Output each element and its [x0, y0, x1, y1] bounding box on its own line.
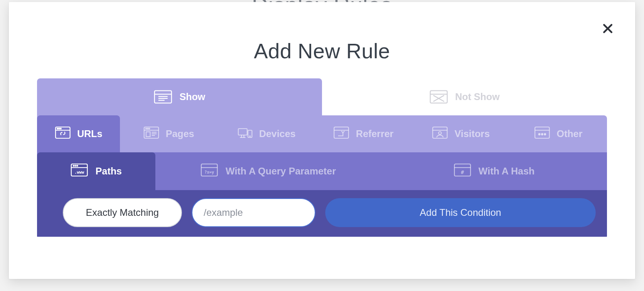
browser-show-icon [154, 90, 172, 104]
condition-row: Exactly Matching Add This Condition [37, 190, 607, 237]
svg-point-40 [544, 133, 546, 135]
category-tabs: URLs Pages [37, 115, 607, 152]
svg-text:#: # [461, 169, 464, 175]
svg-point-19 [147, 128, 148, 129]
rule-builder: Show Not Show [37, 78, 607, 237]
tab-referrer[interactable]: Referrer [315, 115, 412, 152]
browser-not-show-icon [429, 90, 448, 104]
tab-devices[interactable]: Devices [217, 115, 315, 152]
visibility-tabs: Show Not Show [37, 78, 607, 115]
svg-text:?x=y: ?x=y [204, 170, 214, 174]
svg-point-20 [149, 128, 149, 129]
tab-urls-label: URLs [77, 128, 103, 139]
tab-paths[interactable]: .www Paths [37, 152, 155, 190]
svg-text:.www: .www [74, 170, 85, 174]
query-icon: ?x=y [200, 163, 218, 179]
svg-point-39 [541, 133, 543, 135]
svg-rect-33 [433, 127, 447, 138]
tab-hash[interactable]: # With A Hash [381, 152, 607, 190]
close-icon [601, 22, 614, 37]
svg-rect-25 [238, 129, 247, 135]
svg-point-18 [145, 128, 146, 129]
close-button[interactable] [599, 20, 617, 38]
tab-pages[interactable]: Pages [120, 115, 217, 152]
add-rule-modal: Add New Rule Show [9, 2, 635, 279]
match-type-select[interactable]: Exactly Matching [63, 198, 182, 227]
svg-point-44 [75, 165, 76, 166]
tab-show[interactable]: Show [37, 78, 322, 115]
other-icon [534, 126, 550, 141]
pages-icon [143, 126, 159, 141]
add-condition-button[interactable]: Add This Condition [325, 198, 596, 227]
paths-icon: .www [70, 163, 88, 179]
tab-not-show-label: Not Show [455, 91, 500, 102]
path-input-wrap [192, 198, 316, 227]
path-input[interactable] [204, 207, 303, 218]
tab-show-label: Show [180, 91, 205, 102]
devices-icon [237, 126, 253, 141]
tab-devices-label: Devices [259, 128, 296, 139]
tab-visitors-label: Visitors [454, 128, 490, 139]
tab-paths-label: Paths [95, 166, 122, 177]
tab-hash-label: With A Hash [479, 166, 535, 177]
tab-other-label: Other [557, 128, 582, 139]
tab-visitors[interactable]: Visitors [412, 115, 510, 152]
svg-rect-21 [146, 132, 150, 137]
tab-other[interactable]: Other [510, 115, 607, 152]
svg-point-15 [60, 128, 61, 129]
tab-urls[interactable]: URLs [37, 115, 120, 152]
url-icon [55, 126, 71, 141]
svg-point-43 [73, 165, 74, 166]
tab-referrer-label: Referrer [356, 128, 393, 139]
hash-icon: # [454, 163, 471, 179]
svg-point-35 [439, 132, 442, 135]
tab-query-parameter-label: With A Query Parameter [225, 166, 336, 177]
svg-point-14 [58, 128, 59, 129]
svg-point-45 [77, 165, 78, 166]
svg-rect-36 [535, 127, 549, 138]
svg-point-30 [250, 136, 250, 137]
svg-point-38 [539, 133, 540, 135]
tab-not-show[interactable]: Not Show [322, 78, 607, 115]
svg-rect-31 [334, 127, 349, 138]
tab-query-parameter[interactable]: ?x=y With A Query Parameter [155, 152, 381, 190]
svg-rect-7 [430, 91, 447, 103]
match-type-value: Exactly Matching [86, 207, 159, 218]
svg-point-13 [57, 128, 58, 129]
url-subtabs: .www Paths ?x=y With A Query Parameter [37, 152, 607, 190]
visitors-icon [432, 126, 448, 141]
modal-title: Add New Rule [9, 2, 635, 63]
tab-pages-label: Pages [166, 128, 194, 139]
referrer-icon [333, 126, 349, 141]
